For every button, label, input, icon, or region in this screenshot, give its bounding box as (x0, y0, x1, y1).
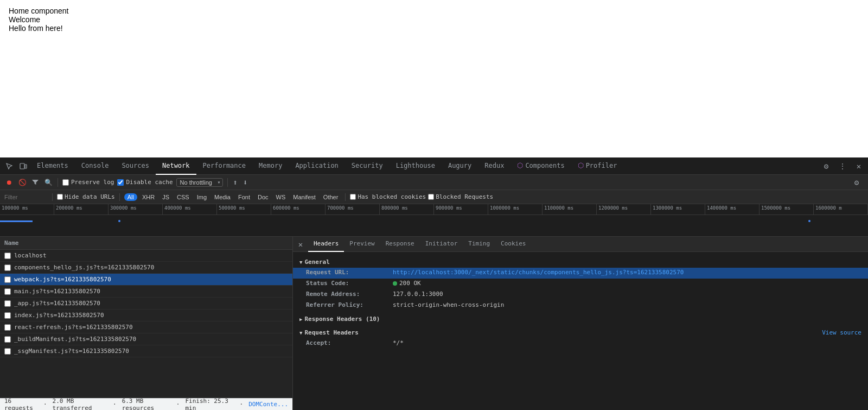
filter-sep-2 (119, 193, 120, 201)
detail-row-request-url: Request URL: http://localhost:3000/_next… (293, 268, 868, 279)
detail-content: ▼ General Request URL: http://localhost:… (293, 252, 868, 410)
filter-type-css[interactable]: CSS (174, 193, 192, 201)
request-row[interactable]: _ssgManifest.js?ts=1621335802570 (0, 345, 292, 357)
request-row[interactable]: _buildManifest.js?ts=1621335802570 (0, 333, 292, 345)
request-checkbox-8[interactable] (4, 348, 11, 355)
filter-type-img[interactable]: Img (194, 193, 209, 201)
close-devtools-icon[interactable]: ✕ (852, 160, 865, 173)
network-settings-icon[interactable]: ⚙ (850, 176, 863, 189)
tab-application[interactable]: Application (289, 157, 344, 175)
tab-sources[interactable]: Sources (115, 157, 156, 175)
filter-type-other[interactable]: Other (321, 193, 341, 201)
tab-redux[interactable]: Redux (478, 157, 510, 175)
more-options-icon[interactable]: ⋮ (836, 160, 849, 173)
filter-type-js[interactable]: JS (159, 193, 172, 201)
svg-rect-0 (20, 163, 24, 169)
disable-cache-label[interactable]: Disable cache (117, 179, 173, 186)
detail-tab-timing[interactable]: Timing (463, 237, 495, 252)
request-row[interactable]: index.js?ts=1621335802570 (0, 310, 292, 321)
request-checkbox-1[interactable] (4, 264, 11, 271)
filter-type-doc[interactable]: Doc (255, 193, 271, 201)
disable-cache-checkbox[interactable] (117, 179, 124, 186)
filter-type-ws[interactable]: WS (273, 193, 289, 201)
request-checkbox-2[interactable] (4, 276, 11, 283)
record-button[interactable]: ⏺ (4, 178, 14, 187)
tab-profiler[interactable]: ⬡ Profiler (571, 157, 624, 175)
request-checkbox-7[interactable] (4, 336, 11, 343)
has-blocked-cookies-label[interactable]: Has blocked cookies (350, 193, 426, 200)
request-headers-section-header[interactable]: ▼ Request Headers View source (293, 327, 868, 338)
detail-tab-headers[interactable]: Headers (308, 237, 344, 252)
tab-performance[interactable]: Performance (196, 157, 252, 175)
detail-tab-response[interactable]: Response (380, 237, 420, 252)
request-checkbox-6[interactable] (4, 324, 11, 331)
requests-list[interactable]: localhost components_hello_js.js?ts=1621… (0, 250, 292, 398)
tab-network[interactable]: Network (156, 157, 196, 175)
preserve-log-checkbox[interactable] (62, 179, 69, 186)
filter-type-manifest[interactable]: Manifest (290, 193, 318, 201)
request-checkbox-5[interactable] (4, 312, 11, 319)
request-checkbox-3[interactable] (4, 288, 11, 295)
tab-console[interactable]: Console (75, 157, 116, 175)
filter-type-media[interactable]: Media (212, 193, 233, 201)
view-source-button[interactable]: View source (822, 329, 861, 336)
filter-type-all[interactable]: All (124, 193, 137, 201)
filter-type-xhr[interactable]: XHR (139, 193, 157, 201)
response-headers-section-header[interactable]: ▶ Response Headers (10) (293, 313, 868, 325)
hide-data-urls-label[interactable]: Hide data URLs (57, 193, 115, 200)
throttle-select[interactable]: No throttling (176, 178, 223, 187)
statusbar: 16 requests · 2.0 MB transferred · 6.3 M… (0, 398, 292, 410)
timeline-dot-1 (118, 220, 120, 222)
detail-key-remote: Remote Address: (306, 291, 393, 298)
request-checkbox-0[interactable] (4, 253, 11, 259)
has-blocked-cookies-checkbox[interactable] (350, 194, 356, 200)
tick-4: 500000 ms (217, 204, 271, 215)
statusbar-transferred: 2.0 MB transferred (53, 398, 107, 411)
detail-val-request-url[interactable]: http://localhost:3000/_next/static/chunk… (393, 269, 861, 276)
request-row[interactable]: main.js?ts=1621335802570 (0, 286, 292, 298)
detail-close-button[interactable]: ✕ (295, 239, 306, 250)
statusbar-separator-2: · (113, 401, 117, 408)
statusbar-domcontent-link[interactable]: DOMConte... (248, 401, 288, 408)
filter-icon[interactable] (30, 178, 40, 187)
search-icon[interactable]: 🔍 (43, 178, 53, 187)
blocked-requests-label[interactable]: Blocked Requests (428, 193, 493, 200)
general-chevron: ▼ (299, 260, 302, 265)
page-line-1: Home component (9, 7, 859, 15)
request-row[interactable]: _app.js?ts=1621335802570 (0, 298, 292, 310)
request-row-selected[interactable]: webpack.js?ts=1621335802570 (0, 274, 292, 286)
detail-key-status: Status Code: (306, 280, 393, 287)
tab-augury[interactable]: Augury (442, 157, 478, 175)
detail-tab-cookies[interactable]: Cookies (495, 237, 531, 252)
general-section-header[interactable]: ▼ General (293, 256, 868, 268)
detail-tab-initiator[interactable]: Initiator (420, 237, 463, 252)
request-checkbox-4[interactable] (4, 300, 11, 307)
request-name-4: _app.js?ts=1621335802570 (14, 300, 288, 307)
clear-button[interactable]: 🚫 (17, 178, 27, 187)
statusbar-separator-3: · (176, 401, 180, 408)
device-toolbar-icon[interactable] (17, 160, 30, 173)
request-row[interactable]: localhost (0, 250, 292, 262)
request-row[interactable]: react-refresh.js?ts=1621335802570 (0, 321, 292, 333)
request-row[interactable]: components_hello_js.js?ts=1621335802570 (0, 262, 292, 274)
page-line-2: Welcome (9, 15, 859, 24)
tab-memory[interactable]: Memory (252, 157, 289, 175)
upload-icon[interactable]: ⬆ (232, 178, 239, 187)
settings-icon[interactable]: ⚙ (820, 160, 833, 173)
filter-type-font[interactable]: Font (235, 193, 253, 201)
tick-11: 1200000 ms (597, 204, 651, 215)
select-tool-icon[interactable] (3, 160, 16, 173)
blocked-requests-checkbox[interactable] (428, 194, 434, 200)
preserve-log-label[interactable]: Preserve log (62, 179, 114, 186)
tab-security[interactable]: Security (345, 157, 390, 175)
detail-tab-preview[interactable]: Preview (344, 237, 380, 252)
tab-lighthouse[interactable]: Lighthouse (390, 157, 442, 175)
tab-components[interactable]: ⬡ Components (510, 157, 571, 175)
download-icon[interactable]: ⬇ (242, 178, 248, 187)
request-name-5: index.js?ts=1621335802570 (14, 312, 288, 319)
tab-elements[interactable]: Elements (30, 157, 75, 175)
filter-input[interactable] (4, 194, 48, 200)
request-name-7: _buildManifest.js?ts=1621335802570 (14, 336, 288, 343)
hide-data-urls-checkbox[interactable] (57, 194, 63, 200)
network-toolbar: ⏺ 🚫 🔍 Preserve log Disable cache No thro… (0, 175, 868, 190)
